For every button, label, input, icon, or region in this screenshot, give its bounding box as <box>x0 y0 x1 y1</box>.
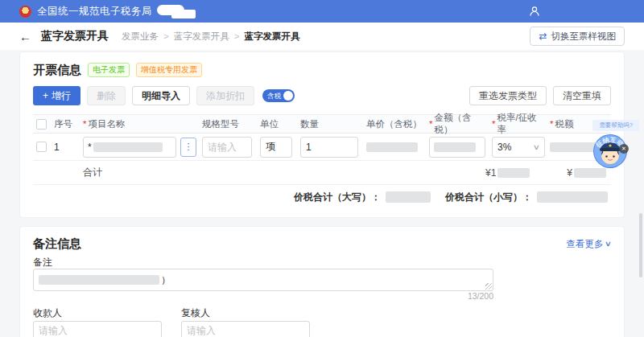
chevron-down-icon: ∨ <box>605 240 612 248</box>
app-title: 全国统一规范电子税务局 <box>37 5 152 18</box>
scrollbar-thumb[interactable] <box>639 213 642 277</box>
redacted-item-name <box>93 142 163 152</box>
col-header-spec: 规格型号 <box>202 118 260 130</box>
quantity-input[interactable] <box>300 137 358 158</box>
item-name-more-button[interactable]: ⋮ <box>180 138 196 157</box>
assistant-avatar[interactable]: 征纳互动 ✕ <box>592 134 628 169</box>
resize-handle[interactable] <box>485 283 492 290</box>
redacted-unit-price <box>366 142 418 152</box>
breadcrumb-current: 蓝字发票开具 <box>244 31 299 43</box>
app-header: 全国统一规范电子税务局 <box>0 0 644 23</box>
redacted-total-uppercase <box>386 191 431 203</box>
invoice-items-table: 序号 *项目名称 规格型号 单位 数量 单价（含税） *金额（含税） *税率/征… <box>33 114 611 209</box>
breadcrumb-item[interactable]: 发票业务 <box>122 31 159 43</box>
remark-textarea[interactable]: ） <box>33 269 493 291</box>
assistant-help-bubble: 需要帮助吗? <box>592 120 639 131</box>
swap-icon: ⇄ <box>539 31 547 42</box>
tax-rate-select[interactable]: 3% ∨ <box>492 137 545 158</box>
detail-import-button[interactable]: 明细导入 <box>132 86 190 105</box>
summary-total-amount: ¥1 <box>485 167 530 179</box>
select-all-checkbox[interactable] <box>36 119 47 129</box>
page-title: 蓝字发票开具 <box>41 29 109 43</box>
add-discount-button[interactable]: 添加折扣 <box>196 86 254 105</box>
unit-input[interactable] <box>260 137 292 158</box>
redacted-amount <box>434 142 476 152</box>
item-name-input[interactable]: * <box>83 137 176 158</box>
redacted-remark-text <box>39 275 159 285</box>
total-uppercase-label: 价税合计（大写）： <box>294 191 381 204</box>
char-counter: 13/200 <box>33 291 493 302</box>
delete-button[interactable]: 删除 <box>87 86 126 105</box>
plus-icon: + <box>43 90 48 101</box>
reviewer-input[interactable] <box>181 321 310 337</box>
chevron-down-icon: ∨ <box>533 143 540 151</box>
add-row-button[interactable]: + 增行 <box>33 86 80 105</box>
row-checkbox[interactable] <box>36 142 47 152</box>
invoice-info-card: 开票信息 电子发票 增值税专用发票 + 增行 删除 明细导入 添加折扣 含税 重… <box>19 51 625 218</box>
reviewer-label: 复核人 <box>181 306 310 319</box>
section-title-invoice-info: 开票信息 <box>33 63 81 78</box>
remark-label: 备注 <box>33 256 611 269</box>
row-index: 1 <box>54 142 83 153</box>
breadcrumb-separator: > <box>234 31 240 41</box>
remark-info-card: 备注信息 查看更多 ∨ 备注 ） 13/200 收款人 复核人 保存草稿 预 <box>19 226 625 337</box>
table-header-row: 序号 *项目名称 规格型号 单位 数量 单价（含税） *金额（含税） *税率/征… <box>33 114 611 134</box>
redacted-total-amount <box>497 168 530 178</box>
view-more-link[interactable]: 查看更多 ∨ <box>566 238 611 250</box>
tag-vat-special-invoice: 增值税专用发票 <box>136 63 202 77</box>
col-header-item-name: *项目名称 <box>83 118 202 130</box>
col-header-unit-price: 单价（含税） <box>366 118 429 130</box>
reselect-invoice-type-button[interactable]: 重选发票类型 <box>469 86 547 105</box>
payee-input[interactable] <box>33 321 162 337</box>
tag-electronic-invoice: 电子发票 <box>88 63 130 77</box>
clear-refill-button[interactable]: 清空重填 <box>553 86 611 105</box>
assistant-widget: 需要帮助吗? 征纳互动 ✕ <box>592 120 639 169</box>
redacted-total-tax <box>574 168 606 178</box>
breadcrumb: 发票业务 > 蓝字发票开具 > 蓝字发票开具 <box>122 31 299 43</box>
tax-included-toggle[interactable]: 含税 <box>262 89 295 102</box>
amount-input[interactable] <box>429 137 485 158</box>
switch-to-ticket-view-button[interactable]: ⇄ 切换至票样视图 <box>530 27 625 46</box>
national-emblem-icon <box>19 6 31 18</box>
col-header-unit: 单位 <box>260 118 300 130</box>
total-lowercase-label: 价税合计（小写）： <box>445 191 532 204</box>
spec-input[interactable] <box>202 137 252 158</box>
user-icon[interactable] <box>528 5 541 18</box>
assistant-close-icon[interactable]: ✕ <box>619 144 629 154</box>
table-row: 1 * ⋮ <box>33 134 611 161</box>
grand-totals-row: 价税合计（大写）： 价税合计（小写）： <box>33 185 611 209</box>
back-arrow-icon[interactable]: ← <box>19 30 31 43</box>
breadcrumb-separator: > <box>163 31 169 41</box>
redacted-total-lowercase <box>537 191 608 203</box>
remark-text-fragment: ） <box>161 273 171 287</box>
page-header: ← 蓝字发票开具 发票业务 > 蓝字发票开具 > 蓝字发票开具 ⇄ 切换至票样视… <box>0 23 644 50</box>
summary-label: 合计 <box>83 166 102 179</box>
summary-row: 合计 ¥1 ¥ <box>33 161 611 185</box>
breadcrumb-item[interactable]: 蓝字发票开具 <box>174 31 229 43</box>
vertical-dots-icon: ⋮ <box>184 142 193 152</box>
section-title-remark-info: 备注信息 <box>33 236 81 252</box>
col-header-index: 序号 <box>54 118 83 130</box>
payee-label: 收款人 <box>33 306 162 319</box>
col-header-amount: *金额（含税） <box>429 112 492 136</box>
col-header-quantity: 数量 <box>300 118 366 130</box>
col-header-tax-rate: *税率/征收率 <box>492 112 550 136</box>
toggle-knob <box>283 91 293 101</box>
redacted-org-name <box>157 4 197 18</box>
